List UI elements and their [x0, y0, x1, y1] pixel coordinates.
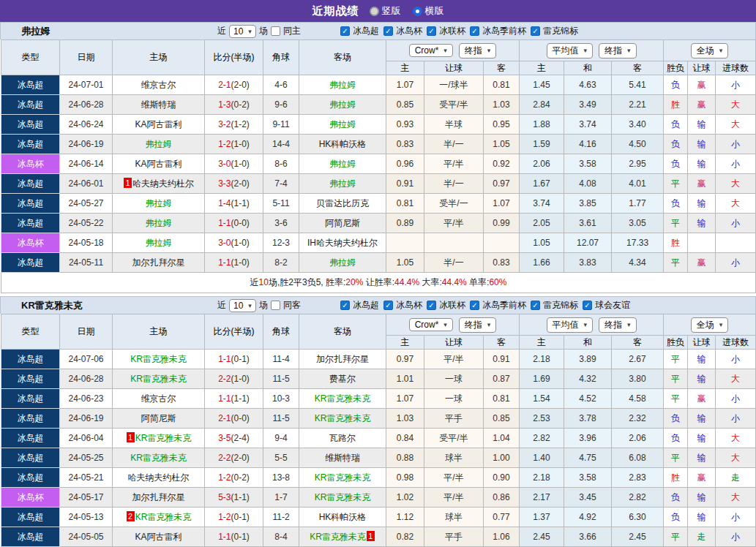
result-cell — [716, 233, 756, 253]
away-team-name[interactable]: HK科帕沃格 — [319, 139, 367, 149]
average-select[interactable]: 平均值▾ — [547, 43, 594, 59]
score-cell: 3-2(1-2) — [205, 115, 263, 135]
league-checkbox[interactable]: ✓ — [427, 26, 436, 36]
home-team-cell: 弗拉姆 — [113, 135, 205, 154]
match-count-select[interactable]: 10▾ — [229, 299, 256, 312]
home-team-name[interactable]: KR雷克雅未克 — [130, 453, 187, 463]
league-type-cell: 冰岛超 — [1, 115, 60, 135]
final-odds-select[interactable]: 终指▾ — [459, 317, 497, 333]
away-team-name[interactable]: HK科帕沃格 — [319, 512, 367, 522]
home-team-name[interactable]: 加尔扎拜尔星 — [132, 257, 185, 268]
col-header-score: 比分(半场) — [205, 40, 263, 75]
home-team-name[interactable]: 维京古尔 — [141, 393, 176, 404]
away-team-name[interactable]: 弗拉姆 — [329, 178, 356, 189]
home-team-name[interactable]: 阿简尼斯 — [141, 413, 176, 423]
away-team-name[interactable]: 弗拉姆 — [329, 159, 356, 169]
home-team-name[interactable]: 弗拉姆 — [146, 198, 172, 208]
away-team-name[interactable]: 费基尔 — [329, 374, 356, 384]
half-time-score: (0-1) — [231, 354, 250, 364]
final-odds-select[interactable]: 终指▾ — [599, 43, 637, 59]
home-team-name[interactable]: KA阿古雷利 — [135, 159, 181, 169]
euro-odds-cell: 2.06 — [612, 429, 664, 448]
league-checkbox[interactable]: ✓ — [531, 301, 540, 310]
league-checkbox[interactable]: ✓ — [470, 301, 479, 310]
league-checkbox-list: ✓冰岛超✓冰岛杯✓冰联杯✓冰岛季前杯✓雷克锦标 — [340, 25, 580, 37]
league-checkbox[interactable]: ✓ — [531, 26, 540, 36]
result-cell: 负 — [664, 508, 688, 527]
away-team-name[interactable]: 弗拉姆 — [329, 119, 356, 129]
away-team-name[interactable]: KR雷克雅未克 — [315, 472, 371, 483]
league-checkbox[interactable]: ✓ — [383, 301, 393, 310]
score-cell: 1-1(1-0) — [205, 253, 263, 273]
league-label: 冰联杯 — [439, 25, 465, 37]
match-count-select[interactable]: 10▾ — [229, 25, 256, 38]
euro-odds-cell: 2.82 — [612, 488, 664, 508]
home-team-name[interactable]: KR雷克雅未克 — [135, 433, 192, 443]
away-team-name[interactable]: 弗拉姆 — [329, 99, 356, 110]
bookmaker-select[interactable]: Crow*▾ — [409, 44, 453, 57]
home-team-name[interactable]: 弗拉姆 — [146, 218, 172, 228]
league-checkbox[interactable]: ✓ — [383, 26, 393, 36]
home-team-name[interactable]: 哈夫纳夫约杜尔 — [132, 178, 194, 189]
asian-odds-cell: 1.07 — [484, 194, 520, 214]
home-team-name[interactable]: 弗拉姆 — [146, 139, 172, 149]
radio-unselected-icon[interactable] — [370, 7, 379, 16]
result-cell: 大 — [716, 429, 756, 448]
away-team-name[interactable]: KR雷克雅未克 — [315, 393, 371, 404]
result-cell: 平 — [664, 350, 688, 369]
away-team-name[interactable]: 弗拉姆 — [329, 257, 356, 268]
home-team-name[interactable]: 加尔扎拜尔星 — [132, 492, 185, 502]
away-team-name[interactable]: 贝雷达比历克 — [316, 198, 369, 208]
euro-odds-cell: 2.95 — [612, 154, 664, 174]
euro-odds-cell: 4.16 — [564, 135, 612, 154]
away-team-name[interactable]: IH哈夫纳夫约杜尔 — [307, 238, 378, 248]
final-odds-select[interactable]: 终指▾ — [599, 317, 637, 333]
home-team-name[interactable]: KA阿古雷利 — [135, 119, 181, 129]
away-team-name[interactable]: 加尔扎拜尔星 — [316, 354, 369, 364]
home-team-name[interactable]: KR雷克雅未克 — [135, 512, 192, 522]
full-match-select[interactable]: 全场▾ — [691, 43, 729, 59]
away-team-name[interactable]: 瓦路尔 — [329, 433, 356, 443]
radio-vertical-layout[interactable]: 竖版 — [370, 4, 401, 18]
euro-odds-cell: 4.75 — [564, 448, 612, 468]
away-team-name[interactable]: 阿简尼斯 — [325, 218, 360, 228]
final-odds-select[interactable]: 终指▾ — [459, 43, 497, 59]
euro-odds-cell: 1.45 — [520, 75, 564, 95]
home-team-name[interactable]: KA阿古雷利 — [135, 532, 181, 542]
away-team-name[interactable]: 维斯特瑞 — [325, 453, 360, 463]
home-team-name[interactable]: 弗拉姆 — [146, 238, 172, 248]
same-away-checkbox[interactable] — [271, 301, 280, 310]
league-checkbox[interactable]: ✓ — [583, 301, 592, 310]
away-team-cell: IH哈夫纳夫约杜尔 — [299, 233, 386, 253]
layout-radio-group: 竖版 横版 — [370, 4, 444, 18]
home-team-name[interactable]: 哈夫纳夫约杜尔 — [128, 472, 190, 483]
asian-odds-cell: 一球 — [424, 369, 484, 389]
league-checkbox[interactable]: ✓ — [427, 301, 436, 310]
full-match-select[interactable]: 全场▾ — [691, 317, 729, 333]
league-checkbox[interactable]: ✓ — [340, 26, 350, 36]
away-team-cell: 弗拉姆 — [299, 75, 386, 95]
home-team-name[interactable]: KR雷克雅未克 — [130, 374, 187, 384]
away-team-name[interactable]: KR雷克雅未克 — [315, 492, 371, 502]
chevron-down-icon: ▾ — [584, 47, 588, 54]
summary-part: 10 — [259, 277, 269, 287]
bookmaker-select[interactable]: Crow*▾ — [409, 318, 453, 331]
league-type-cell: 冰岛超 — [1, 194, 60, 214]
radio-horizontal-layout[interactable]: 横版 — [413, 4, 444, 18]
away-team-name[interactable]: 弗拉姆 — [329, 80, 356, 90]
home-team-name[interactable]: 维斯特瑞 — [141, 99, 176, 110]
average-select[interactable]: 平均值▾ — [547, 317, 594, 333]
corner-score-cell: 12-3 — [263, 233, 299, 253]
home-team-name[interactable]: 维京古尔 — [141, 80, 176, 90]
league-checkbox[interactable]: ✓ — [340, 301, 350, 310]
asian-odds-cell: 0.90 — [484, 468, 520, 488]
away-team-name[interactable]: KR雷克雅未克 — [315, 413, 371, 423]
league-checkbox[interactable]: ✓ — [470, 26, 479, 36]
away-team-name[interactable]: KR雷克雅未克 — [310, 532, 366, 542]
radio-selected-icon[interactable] — [413, 7, 422, 16]
home-team-name[interactable]: KR雷克雅未克 — [130, 354, 187, 364]
corner-score-cell: 7-4 — [263, 174, 299, 194]
same-home-checkbox[interactable] — [271, 26, 280, 36]
date-cell: 24-06-04 — [60, 429, 113, 448]
full-time-score: 3-3 — [218, 178, 231, 189]
